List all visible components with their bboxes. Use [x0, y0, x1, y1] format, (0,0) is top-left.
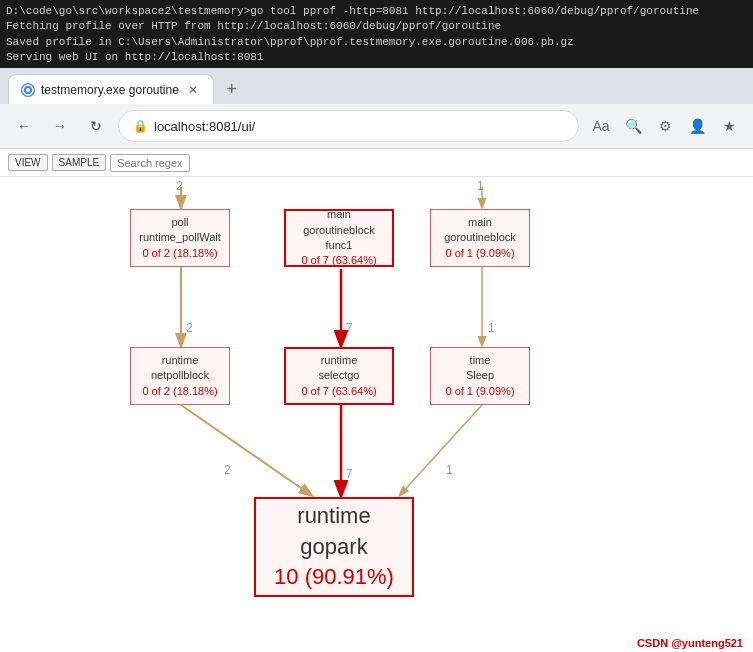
node-runtime-gopark[interactable]: runtime gopark 10 (90.91%) [254, 497, 414, 597]
top-label-2: 2 [176, 179, 183, 193]
node-selectgo-subtitle: selectgo [319, 368, 360, 383]
search-button[interactable]: 🔍 [619, 112, 647, 140]
node-sleep-value: 0 of 1 (9.09%) [445, 384, 514, 399]
tab-favicon [21, 83, 35, 97]
node-main-func1-subtitle: goroutineblock [303, 223, 375, 238]
terminal-line-2: Fetching profile over HTTP from http://l… [6, 19, 747, 34]
edge-label-select-gopark: 7 [346, 467, 353, 481]
node-gopark-value: 10 (90.91%) [274, 562, 394, 593]
node-main-gb-subtitle: goroutineblock [444, 230, 516, 245]
node-gopark-subtitle: gopark [300, 532, 367, 563]
forward-button[interactable]: → [46, 112, 74, 140]
pprof-toolbar: VIEW SAMPLE [0, 149, 753, 177]
top-label-1: 1 [477, 179, 484, 193]
security-icon: 🔒 [133, 119, 148, 133]
address-bar: ← → ↻ 🔒 localhost:8081/ui/ Aa 🔍 ⚙ 👤 ★ [0, 104, 753, 148]
edge-label-net-gopark: 2 [224, 463, 231, 477]
node-netpoll-subtitle: netpollblock [151, 368, 209, 383]
graph-area: 2 1 2 7 1 2 7 1 poll runtime_pollWait 0 … [0, 177, 753, 652]
watermark: CSDN @yunteng521 [637, 637, 743, 649]
node-selectgo-title: runtime [321, 353, 358, 368]
node-selectgo-value: 0 of 7 (63.64%) [301, 384, 376, 399]
edge-label-poll-net: 2 [186, 321, 193, 335]
browser-chrome: testmemory.exe goroutine ✕ + ← → ↻ 🔒 loc… [0, 68, 753, 149]
node-runtime-netpollblock[interactable]: runtime netpollblock 0 of 2 (18.18%) [130, 347, 230, 405]
tab-title: testmemory.exe goroutine [41, 83, 179, 97]
extensions-button[interactable]: ⚙ [651, 112, 679, 140]
refresh-button[interactable]: ↻ [82, 112, 110, 140]
sample-button[interactable]: SAMPLE [52, 154, 107, 171]
view-button[interactable]: VIEW [8, 154, 48, 171]
url-bar[interactable]: 🔒 localhost:8081/ui/ [118, 110, 579, 142]
node-netpoll-value: 0 of 2 (18.18%) [142, 384, 217, 399]
node-main-gb-value: 0 of 1 (9.09%) [445, 246, 514, 261]
terminal-line-3: Saved profile in C:\Users\Administrator\… [6, 35, 747, 50]
node-main-goroutineblock[interactable]: main goroutineblock 0 of 1 (9.09%) [430, 209, 530, 267]
node-poll-title: poll [171, 215, 188, 230]
edge-label-sleep-gopark: 1 [446, 463, 453, 477]
svg-line-9 [400, 405, 482, 495]
node-sleep-title: time [470, 353, 491, 368]
new-tab-button[interactable]: + [218, 75, 246, 103]
terminal-line-1: D:\code\go\src\workspace2\testmemory>go … [6, 4, 747, 19]
terminal-line-4: Serving web UI on http://localhost:8081 [6, 50, 747, 65]
address-actions: Aa 🔍 ⚙ 👤 ★ [587, 112, 743, 140]
node-main-func1-title: main [327, 207, 351, 222]
node-poll-value: 0 of 2 (18.18%) [142, 246, 217, 261]
node-gopark-title: runtime [297, 501, 370, 532]
svg-line-7 [181, 405, 311, 495]
translate-button[interactable]: Aa [587, 112, 615, 140]
node-main-func1-subtitle2: func1 [326, 238, 353, 253]
tab-bar: testmemory.exe goroutine ✕ + [0, 68, 753, 104]
svg-point-1 [26, 88, 30, 92]
node-runtime-selectgo[interactable]: runtime selectgo 0 of 7 (63.64%) [284, 347, 394, 405]
back-button[interactable]: ← [10, 112, 38, 140]
tab-close-button[interactable]: ✕ [185, 82, 201, 98]
node-time-sleep[interactable]: time Sleep 0 of 1 (9.09%) [430, 347, 530, 405]
favorites-button[interactable]: ★ [715, 112, 743, 140]
url-text: localhost:8081/ui/ [154, 119, 564, 134]
node-main-gb-title: main [468, 215, 492, 230]
node-sleep-subtitle: Sleep [466, 368, 494, 383]
browser-tab[interactable]: testmemory.exe goroutine ✕ [8, 74, 214, 104]
node-main-func1[interactable]: main goroutineblock func1 0 of 7 (63.64%… [284, 209, 394, 267]
node-main-func1-value: 0 of 7 (63.64%) [301, 253, 376, 268]
node-poll-subtitle: runtime_pollWait [139, 230, 221, 245]
edge-label-main-select: 7 [346, 321, 353, 335]
node-netpoll-title: runtime [162, 353, 199, 368]
profile-button[interactable]: 👤 [683, 112, 711, 140]
terminal: D:\code\go\src\workspace2\testmemory>go … [0, 0, 753, 68]
search-input[interactable] [110, 154, 190, 172]
node-poll[interactable]: poll runtime_pollWait 0 of 2 (18.18%) [130, 209, 230, 267]
edge-label-main-sleep: 1 [488, 321, 495, 335]
